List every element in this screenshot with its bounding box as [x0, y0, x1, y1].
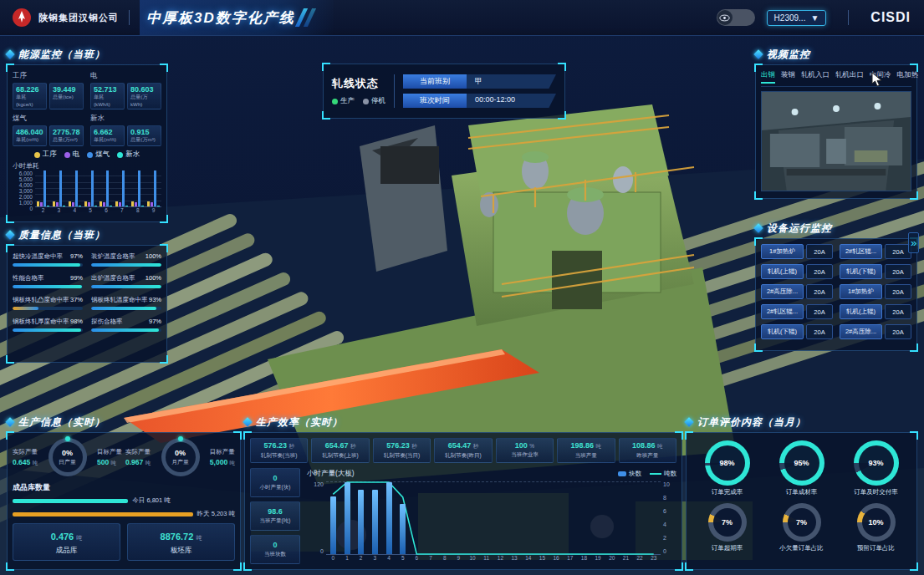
x-tick: 3 — [51, 207, 67, 213]
x-tick: 9 — [145, 207, 161, 213]
bar — [345, 482, 350, 554]
efficiency-stat: 108.86 吨昨班产量 — [619, 438, 676, 463]
energy-monitor-panel: 能源监控（当班） 工序 68.226单耗(kgce/t) 39.449总量(tc… — [7, 47, 167, 222]
y-tick: 2 — [663, 535, 676, 541]
bar — [125, 206, 128, 206]
mouse-cursor — [871, 72, 883, 90]
quality-item: 装炉温度合格率100% — [91, 252, 161, 267]
video-feed[interactable] — [761, 91, 911, 191]
energy-group-name: 煤气 — [13, 114, 84, 124]
x-tick: 17 — [563, 555, 577, 564]
x-tick: 18 — [577, 555, 591, 564]
status-dot-stopped — [363, 99, 369, 104]
energy-group: 煤气 486.040单耗(m³/t) 2775.78总量(万m³) — [13, 113, 84, 146]
order-evaluation-panel: 订单评价内容（当月） 98% 订单完成率 95% 订单成材率 93% 订单及时交… — [686, 415, 917, 570]
page-title: 中厚板3D数字化产线 — [140, 0, 334, 35]
tab-tapping[interactable]: 出钢 — [761, 70, 775, 84]
bar — [47, 206, 49, 206]
device-item: 2#轧区辊...20A — [840, 244, 911, 259]
line-status-title: 轧线状态 — [332, 76, 385, 91]
gauge-dot — [65, 436, 70, 441]
bar — [141, 206, 144, 206]
bar — [103, 202, 105, 206]
y-tick: 6,000 — [19, 170, 33, 176]
bar — [106, 170, 109, 206]
energy-stat: 0.915总量(万m³) — [127, 125, 161, 146]
video-tabs: 出钢 装钢 轧机入口 轧机出口 中间冷 电加热 — [761, 70, 911, 87]
energy-group: 新水 6.662单耗(m³/t) 0.915总量(万m³) — [90, 113, 161, 146]
x-tick: 3 — [368, 555, 382, 564]
bar — [91, 170, 94, 206]
y-tick: 0 — [663, 548, 676, 554]
bar — [154, 170, 156, 206]
x-tick: 10 — [466, 555, 480, 564]
panel-title: 生产效率（实时） — [256, 415, 343, 430]
bar — [37, 201, 39, 206]
y-tick: 0 — [29, 206, 33, 211]
collapse-arrow-icon[interactable]: » — [908, 232, 919, 253]
status-dot-production — [332, 99, 338, 104]
diamond-icon — [5, 49, 14, 59]
diamond-icon — [753, 49, 763, 59]
order-donut: 93% 订单及时交付率 — [854, 440, 899, 496]
energy-stat: 486.040单耗(m³/t) — [13, 125, 47, 146]
y-axis: 6,0005,0004,0003,0002,0001,0000 — [13, 170, 35, 207]
tab-mill-entry[interactable]: 轧机入口 — [801, 70, 830, 84]
divider — [394, 74, 395, 108]
x-tick: 5 — [83, 207, 99, 213]
x-tick: 11 — [479, 555, 493, 564]
x-tick: 8 — [437, 555, 452, 564]
x-tick: 8 — [130, 207, 145, 213]
x-axis: 01234567891011121314151617181920212223 — [326, 555, 661, 564]
tab-mill-exit[interactable]: 轧机出口 — [835, 70, 864, 84]
x-tick: 7 — [114, 207, 130, 213]
eye-icon — [717, 10, 733, 25]
order-donut: 98% 订单完成率 — [705, 440, 750, 496]
plot-area — [35, 170, 161, 207]
x-tick: 20 — [605, 555, 619, 564]
bar — [43, 170, 46, 206]
efficiency-side-stat: 0当班块数 — [250, 535, 300, 564]
ring-gauge: 0%日产量 — [48, 438, 87, 476]
shift-selector[interactable]: H2309... ▼ — [767, 10, 827, 26]
x-tick: 0 — [326, 555, 340, 564]
x-tick: 22 — [633, 555, 647, 564]
order-donut: 7% 小欠量订单占比 — [779, 503, 824, 552]
x-tick: 13 — [508, 555, 522, 564]
tab-charging[interactable]: 装钢 — [781, 70, 795, 84]
order-donut: 7% 订单超期率 — [708, 503, 747, 552]
bar — [138, 170, 140, 206]
energy-group: 电 52.713单耗(kWh/t) 80.603总量(万kWh) — [90, 70, 161, 109]
tab-electric-heating[interactable]: 电加热 — [897, 70, 919, 84]
stock-bar-today: 今日 6,801 吨 — [13, 496, 235, 505]
bar-group — [99, 170, 115, 206]
panel-title: 能源监控（当班） — [18, 48, 105, 62]
diamond-icon — [753, 223, 763, 232]
energy-group-name: 电 — [90, 71, 161, 81]
efficiency-stat: 576.23 秒轧制节奏(当班) — [250, 438, 308, 463]
quality-item: 探伤合格率97% — [91, 318, 161, 332]
device-monitor-panel: 设备运行监控 1#加热炉20A 2#轧区辊...20A 轧机(上辊)20A 轧机… — [755, 221, 917, 351]
device-item: 1#加热炉20A — [840, 284, 911, 299]
efficiency-side-stat: 0小时产量(块) — [250, 468, 300, 497]
bar-group — [114, 170, 130, 206]
device-item: 轧机(下辊)20A — [840, 264, 911, 279]
monthly-output-gauge: 实际产量0.967 吨 0%月产量 目标产量5,000 吨 — [125, 438, 235, 476]
y-tick: 8 — [663, 495, 676, 501]
device-item: 2#高压除...20A — [761, 284, 833, 299]
y-tick: 4 — [663, 522, 676, 527]
right-y-axis: 1086420 — [661, 481, 676, 564]
x-tick: 1 — [340, 555, 355, 564]
quality-item: 出炉温度合格率100% — [91, 274, 161, 288]
shift-label-chip: 当前班别 — [403, 74, 467, 89]
panel-title: 生产信息（实时） — [18, 415, 105, 430]
bar — [79, 206, 81, 206]
bar — [94, 206, 97, 206]
device-item: 1#加热炉20A — [761, 244, 833, 259]
bar — [63, 206, 65, 206]
y-tick: 2,000 — [19, 194, 33, 200]
efficiency-stat: 576.23 秒轧制节奏(当日) — [373, 438, 431, 463]
bar-group — [145, 170, 161, 206]
bar — [56, 202, 59, 206]
visibility-toggle[interactable] — [717, 9, 755, 26]
